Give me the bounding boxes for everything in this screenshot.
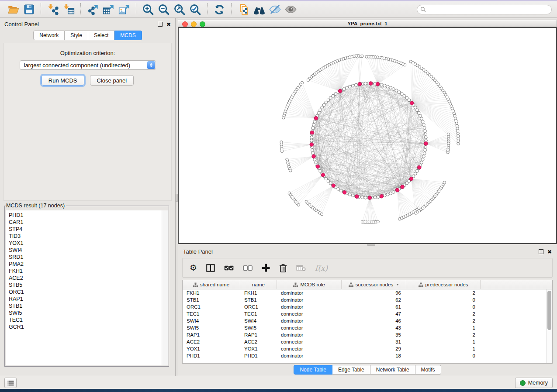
- table-row-YOX1[interactable]: YOX1YOX1connector291: [183, 345, 552, 352]
- close-panel-icon[interactable]: ✖: [547, 249, 552, 254]
- memory-button[interactable]: Memory: [515, 378, 553, 388]
- zoom-selected-button[interactable]: [187, 3, 203, 17]
- column-header-name[interactable]: name: [240, 280, 277, 289]
- mcds-result-item[interactable]: RAP1: [9, 296, 162, 303]
- network-window-titlebar[interactable]: YPA_prune.txt_1: [178, 20, 557, 27]
- table-settings-button[interactable]: ⚙: [190, 261, 197, 275]
- function-builder-button[interactable]: f(x): [315, 261, 328, 275]
- table-row-STB1[interactable]: STB1STB1dominator620: [183, 296, 552, 303]
- show-all-button[interactable]: [283, 3, 298, 17]
- table-tabs: Node TableEdge TableNetwork TableMotifs: [294, 365, 441, 375]
- cell-predecessors: 2: [406, 310, 481, 317]
- mcds-result-item[interactable]: PHD1: [9, 212, 162, 219]
- export-table-button[interactable]: [100, 3, 116, 17]
- close-window-icon[interactable]: [182, 21, 188, 27]
- deselect-all-columns-button[interactable]: [243, 261, 253, 275]
- mcds-result-item[interactable]: ORC1: [9, 289, 162, 296]
- mcds-result-item[interactable]: STP4: [9, 226, 162, 233]
- close-panel-button[interactable]: Close panel: [90, 75, 134, 86]
- mcds-result-item[interactable]: STB5: [9, 282, 162, 289]
- table-row-ACE2[interactable]: ACE2ACE2connector311: [183, 338, 552, 345]
- column-view-button[interactable]: [206, 261, 215, 275]
- mcds-result-item[interactable]: TEC1: [9, 316, 162, 323]
- mcds-result-item[interactable]: STB1: [9, 303, 162, 309]
- duplicate-network-button[interactable]: [235, 3, 251, 17]
- save-session-button[interactable]: [21, 3, 37, 17]
- tab-node-table[interactable]: Node Table: [294, 365, 332, 375]
- first-neighbors-button[interactable]: [251, 3, 267, 17]
- cell-successors: 46: [342, 317, 406, 324]
- tab-mcds[interactable]: MCDS: [114, 31, 142, 40]
- export-image-button[interactable]: [116, 3, 132, 17]
- tab-edge-table[interactable]: Edge Table: [332, 365, 370, 375]
- close-panel-icon[interactable]: ✖: [166, 22, 171, 27]
- zoom-in-button[interactable]: [140, 3, 156, 17]
- scrollbar-thumb[interactable]: [547, 291, 551, 330]
- network-canvas[interactable]: [178, 27, 557, 244]
- open-file-button[interactable]: [5, 3, 21, 17]
- table-row-ORC1[interactable]: ORC1ORC1dominator610: [183, 303, 552, 310]
- search-input[interactable]: [428, 6, 548, 13]
- mcds-result-item[interactable]: YOX1: [9, 240, 162, 247]
- float-panel-icon[interactable]: [158, 22, 163, 27]
- refresh-layout-button[interactable]: [211, 3, 227, 17]
- table-header: shared namenameMCDS rolesuccessor nodesp…: [183, 280, 552, 289]
- table-scrollbar[interactable]: [546, 289, 552, 363]
- float-panel-icon[interactable]: [539, 249, 543, 254]
- search-field[interactable]: [417, 5, 552, 14]
- minimize-window-icon[interactable]: [191, 21, 197, 27]
- mcds-result-item[interactable]: PMA2: [9, 261, 162, 268]
- delete-table-icon: [296, 265, 306, 271]
- column-header-successor-nodes[interactable]: successor nodes: [342, 280, 406, 289]
- cell-role: dominator: [277, 331, 342, 338]
- zoom-fit-button[interactable]: [172, 3, 187, 17]
- table-row-PHD1[interactable]: PHD1PHD1dominator180: [183, 352, 552, 359]
- mcds-result-item[interactable]: FKH1: [9, 268, 162, 275]
- binoculars-icon: [253, 3, 266, 16]
- cell-shared_name: SWI4: [183, 317, 240, 324]
- table-row-TEC1[interactable]: TEC1TEC1connector472: [183, 310, 552, 317]
- delete-table-button[interactable]: [296, 261, 306, 275]
- gear-icon: ⚙: [190, 264, 197, 272]
- import-table-button[interactable]: [61, 3, 76, 17]
- memory-label: Memory: [528, 380, 548, 386]
- mcds-result-item[interactable]: ACE2: [9, 275, 162, 282]
- delete-column-button[interactable]: [279, 261, 287, 275]
- table-row-RAP1[interactable]: RAP1RAP1dominator352: [183, 331, 552, 338]
- mcds-result-item[interactable]: SWI4: [9, 247, 162, 254]
- cell-shared_name: STB1: [183, 296, 240, 303]
- mcds-result-item[interactable]: SWI5: [9, 309, 162, 316]
- import-network-button[interactable]: [45, 3, 61, 17]
- fx-icon: f(x): [315, 264, 328, 272]
- tab-network-table[interactable]: Network Table: [370, 365, 415, 375]
- run-mcds-button[interactable]: Run MCDS: [42, 75, 84, 86]
- mcds-list-scrollbar[interactable]: [162, 210, 168, 365]
- tab-select[interactable]: Select: [88, 31, 114, 40]
- tab-network[interactable]: Network: [33, 31, 65, 40]
- export-network-button[interactable]: [85, 3, 100, 17]
- hide-selected-button[interactable]: [267, 3, 283, 17]
- mcds-result-item[interactable]: CAR1: [9, 219, 162, 226]
- column-header-shared-name[interactable]: shared name: [183, 280, 240, 289]
- table-row-FKH1[interactable]: FKH1FKH1dominator962: [183, 289, 552, 296]
- mcds-result-item[interactable]: GCR1: [9, 323, 162, 330]
- column-header-predecessor-nodes[interactable]: predecessor nodes: [406, 280, 481, 289]
- task-history-button[interactable]: [4, 378, 17, 388]
- tab-motifs[interactable]: Motifs: [415, 365, 441, 375]
- table-body: FKH1FKH1dominator962STB1STB1dominator620…: [183, 289, 552, 363]
- unchecked-boxes-icon: [243, 265, 253, 271]
- zoom-out-button[interactable]: [156, 3, 172, 17]
- mcds-result-item[interactable]: TID3: [9, 233, 162, 240]
- sort-indicator-icon: [396, 284, 399, 285]
- table-row-SWI5[interactable]: SWI5SWI5connector431: [183, 324, 552, 331]
- column-header-MCDS-role[interactable]: MCDS role: [277, 280, 342, 289]
- tab-style[interactable]: Style: [65, 31, 88, 40]
- mcds-result-item[interactable]: SRD1: [9, 254, 162, 261]
- maximize-window-icon[interactable]: [200, 21, 205, 27]
- table-row-SWI4[interactable]: SWI4SWI4dominator462: [183, 317, 552, 324]
- add-column-button[interactable]: [262, 261, 270, 275]
- select-all-columns-button[interactable]: [224, 261, 234, 275]
- criterion-selected-value: largest connected component (undirected): [20, 62, 147, 69]
- cell-predecessors: 0: [406, 303, 481, 310]
- criterion-select[interactable]: largest connected component (undirected): [20, 60, 156, 70]
